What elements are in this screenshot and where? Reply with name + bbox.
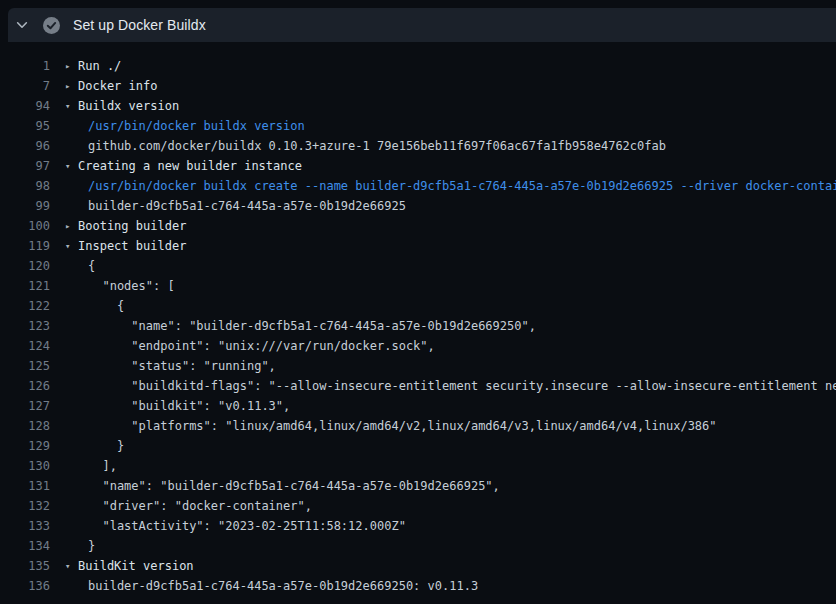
- log-group-row[interactable]: 119▾Inspect builder: [0, 236, 836, 256]
- log-output-text: "buildkitd-flags": "--allow-insecure-ent…: [88, 376, 836, 396]
- log-line: 96github.com/docker/buildx 0.10.3+azure-…: [0, 136, 836, 156]
- line-number[interactable]: 129: [0, 436, 50, 456]
- log-output-text: "driver": "docker-container",: [88, 496, 312, 516]
- log-output-text: "status": "running",: [88, 356, 276, 376]
- log-group-title[interactable]: Creating a new builder instance: [78, 156, 302, 176]
- line-number[interactable]: 127: [0, 396, 50, 416]
- log-command-text: /usr/bin/docker buildx version: [88, 116, 305, 136]
- log-group-row[interactable]: 1▸Run ./: [0, 56, 836, 76]
- log-line: 98/usr/bin/docker buildx create --name b…: [0, 176, 836, 196]
- log-output-text: builder-d9cfb5a1-c764-445a-a57e-0b19d2e6…: [88, 576, 478, 596]
- line-number[interactable]: 135: [0, 556, 50, 576]
- log-group-title[interactable]: Inspect builder: [78, 236, 186, 256]
- expand-group-icon[interactable]: ▸: [65, 56, 78, 76]
- log-line: 133 "lastActivity": "2023-02-25T11:58:12…: [0, 516, 836, 536]
- log-line: 121 "nodes": [: [0, 276, 836, 296]
- log-line: 134}: [0, 536, 836, 556]
- log-line: 130 ],: [0, 456, 836, 476]
- log-line: 126 "buildkitd-flags": "--allow-insecure…: [0, 376, 836, 396]
- collapse-group-icon[interactable]: ▾: [65, 236, 78, 256]
- line-number[interactable]: 123: [0, 316, 50, 336]
- line-number[interactable]: 120: [0, 256, 50, 276]
- line-number[interactable]: 94: [0, 96, 50, 116]
- step-title: Set up Docker Buildx: [73, 17, 206, 33]
- collapse-group-icon[interactable]: ▾: [65, 556, 78, 576]
- line-number[interactable]: 96: [0, 136, 50, 156]
- log-group-title[interactable]: Run ./: [78, 56, 121, 76]
- line-number[interactable]: 122: [0, 296, 50, 316]
- log-line: 99builder-d9cfb5a1-c764-445a-a57e-0b19d2…: [0, 196, 836, 216]
- log-output-text: "lastActivity": "2023-02-25T11:58:12.000…: [88, 516, 406, 536]
- line-number[interactable]: 131: [0, 476, 50, 496]
- log-output-text: {: [88, 256, 95, 276]
- step-header[interactable]: Set up Docker Buildx: [8, 8, 836, 42]
- log-output-text: "buildkit": "v0.11.3",: [88, 396, 290, 416]
- log-line: 95/usr/bin/docker buildx version: [0, 116, 836, 136]
- line-number[interactable]: 125: [0, 356, 50, 376]
- collapse-group-icon[interactable]: ▾: [65, 156, 78, 176]
- line-number[interactable]: 128: [0, 416, 50, 436]
- collapse-step-button[interactable]: [8, 8, 36, 42]
- log-line: 136builder-d9cfb5a1-c764-445a-a57e-0b19d…: [0, 576, 836, 596]
- log-output-text: "nodes": [: [88, 276, 175, 296]
- log-output-text: {: [88, 296, 124, 316]
- log-group-row[interactable]: 135▾BuildKit version: [0, 556, 836, 576]
- log-line: 120{: [0, 256, 836, 276]
- line-number[interactable]: 7: [0, 76, 50, 96]
- log-output-text: "endpoint": "unix:///var/run/docker.sock…: [88, 336, 435, 356]
- log-group-title[interactable]: BuildKit version: [78, 556, 194, 576]
- log-group-title[interactable]: Booting builder: [78, 216, 186, 236]
- line-number[interactable]: 126: [0, 376, 50, 396]
- log-line: 122 {: [0, 296, 836, 316]
- line-number[interactable]: 119: [0, 236, 50, 256]
- log-output-text: github.com/docker/buildx 0.10.3+azure-1 …: [88, 136, 666, 156]
- log-line: 125 "status": "running",: [0, 356, 836, 376]
- line-number[interactable]: 121: [0, 276, 50, 296]
- line-number[interactable]: 100: [0, 216, 50, 236]
- log-line: 132 "driver": "docker-container",: [0, 496, 836, 516]
- log-group-row[interactable]: 100▸Booting builder: [0, 216, 836, 236]
- collapse-group-icon[interactable]: ▾: [65, 96, 78, 116]
- log-output-text: ],: [88, 456, 117, 476]
- log-group-row[interactable]: 97▾Creating a new builder instance: [0, 156, 836, 176]
- log-line: 123 "name": "builder-d9cfb5a1-c764-445a-…: [0, 316, 836, 336]
- check-circle-icon: [43, 17, 60, 34]
- log-line: 127 "buildkit": "v0.11.3",: [0, 396, 836, 416]
- log-line: 124 "endpoint": "unix:///var/run/docker.…: [0, 336, 836, 356]
- log-line: 128 "platforms": "linux/amd64,linux/amd6…: [0, 416, 836, 436]
- log-group-title[interactable]: Buildx version: [78, 96, 179, 116]
- line-number[interactable]: 132: [0, 496, 50, 516]
- log-output-text: "name": "builder-d9cfb5a1-c764-445a-a57e…: [88, 316, 536, 336]
- log-line: 129 }: [0, 436, 836, 456]
- line-number[interactable]: 95: [0, 116, 50, 136]
- line-number[interactable]: 1: [0, 56, 50, 76]
- log-output-text: }: [88, 436, 124, 456]
- chevron-down-icon: [15, 18, 29, 32]
- log-group-row[interactable]: 7▸Docker info: [0, 76, 836, 96]
- log-area: 1▸Run ./7▸Docker info94▾Buildx version95…: [0, 42, 836, 604]
- log-line: 131 "name": "builder-d9cfb5a1-c764-445a-…: [0, 476, 836, 496]
- line-number[interactable]: 133: [0, 516, 50, 536]
- log-output-text: "name": "builder-d9cfb5a1-c764-445a-a57e…: [88, 476, 500, 496]
- line-number[interactable]: 136: [0, 576, 50, 596]
- log-output-text: builder-d9cfb5a1-c764-445a-a57e-0b19d2e6…: [88, 196, 406, 216]
- expand-group-icon[interactable]: ▸: [65, 216, 78, 236]
- line-number[interactable]: 134: [0, 536, 50, 556]
- line-number[interactable]: 130: [0, 456, 50, 476]
- log-output-text: "platforms": "linux/amd64,linux/amd64/v2…: [88, 416, 717, 436]
- line-number[interactable]: 124: [0, 336, 50, 356]
- log-group-title[interactable]: Docker info: [78, 76, 157, 96]
- line-number[interactable]: 99: [0, 196, 50, 216]
- line-number[interactable]: 98: [0, 176, 50, 196]
- log-command-text: /usr/bin/docker buildx create --name bui…: [88, 176, 836, 196]
- log-output-text: }: [88, 536, 95, 556]
- line-number[interactable]: 97: [0, 156, 50, 176]
- log-group-row[interactable]: 94▾Buildx version: [0, 96, 836, 116]
- expand-group-icon[interactable]: ▸: [65, 76, 78, 96]
